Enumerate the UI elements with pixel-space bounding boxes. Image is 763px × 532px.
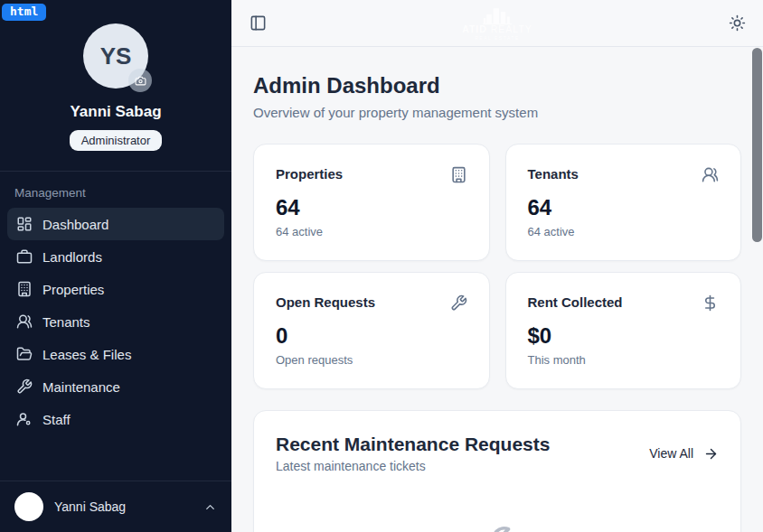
main-area: ATID REALTY REAL ESTATE Admin Dashboard … [231,0,763,532]
dashboard-content: Admin Dashboard Overview of your propert… [231,47,763,532]
change-photo-button[interactable] [128,69,152,92]
user-dot-icon [16,411,33,427]
footer-avatar [14,492,43,521]
sidebar-item-maintenance[interactable]: Maintenance [7,370,224,403]
users-icon [702,166,719,183]
users-icon [16,313,33,330]
stat-caption: 64 active [276,225,467,238]
nav-label: Leases & Files [42,347,131,362]
profile-section: YS Yanni Sabag Administrator [0,0,231,151]
wrench-icon [476,525,518,532]
logo-text: ATID REALTY [462,23,532,33]
wrench-icon [450,294,467,312]
company-logo: ATID REALTY REAL ESTATE [462,6,532,40]
empty-state [276,525,719,532]
recent-section-subtitle: Latest maintenance tickets [276,459,550,473]
theme-toggle-button[interactable] [725,12,749,35]
nav-label: Landlords [42,249,102,265]
view-all-button[interactable]: View All [649,446,719,462]
nav-label: Tenants [42,314,90,330]
stat-card-rent-collected: Rent Collected $0 This month [505,272,742,389]
topbar: ATID REALTY REAL ESTATE [231,0,763,47]
wrench-icon [16,378,33,395]
recent-section-title: Recent Maintenance Requests [276,434,550,455]
profile-name: Yanni Sabag [70,103,161,121]
chevron-up-icon [203,500,217,514]
stat-label: Rent Collected [528,294,623,310]
sidebar-item-properties[interactable]: Properties [7,273,224,305]
sidebar-nav: Management Dashboard Landlords Propertie… [0,171,231,481]
logo-tagline: REAL ESTATE [475,34,519,40]
stat-caption: Open requests [276,353,467,367]
dollar-icon [702,294,719,312]
nav-section-label: Management [14,186,231,200]
skyline-icon [480,6,514,24]
briefcase-icon [16,248,33,265]
layout-dashboard-icon [16,216,33,232]
stat-value: 0 [276,323,467,349]
camera-icon [135,75,146,87]
stat-label: Tenants [528,166,579,182]
recent-maintenance-section: Recent Maintenance Requests Latest maint… [253,410,741,532]
sun-icon [729,14,746,32]
stat-card-tenants: Tenants 64 64 active [505,144,742,261]
html-badge: html [2,4,46,21]
sidebar-item-landlords[interactable]: Landlords [7,240,224,273]
stat-caption: This month [528,353,720,367]
page-title: Admin Dashboard [253,73,741,98]
scrollbar-thumb[interactable] [752,48,762,242]
stat-card-properties: Properties 64 64 active [253,144,490,261]
page-subtitle: Overview of your property management sys… [253,105,741,120]
footer-user-name: Yanni Sabag [54,499,193,514]
stat-label: Properties [276,166,343,182]
role-badge: Administrator [70,130,163,151]
stat-label: Open Requests [276,294,375,310]
folder-open-icon [16,346,33,362]
nav-label: Staff [42,412,71,427]
arrow-right-icon [703,446,719,462]
nav-label: Dashboard [42,217,108,232]
sidebar-item-staff[interactable]: Staff [7,403,224,435]
sidebar-toggle-button[interactable] [246,12,269,35]
stat-value: $0 [528,323,720,349]
building-icon [450,166,467,183]
sidebar-item-leases-files[interactable]: Leases & Files [7,338,224,370]
building-icon [16,281,33,297]
panel-left-icon [250,14,267,32]
stat-card-open-requests: Open Requests 0 Open requests [253,272,490,389]
profile-avatar[interactable]: YS [83,23,148,89]
sidebar-item-tenants[interactable]: Tenants [7,305,224,338]
stat-value: 64 [528,195,720,220]
stat-caption: 64 active [528,225,720,238]
stat-card-grid: Properties 64 64 active Tenants 64 64 ac… [253,144,741,389]
app-window: html YS Yanni Sabag Administrator Manage… [0,0,763,532]
nav-label: Maintenance [42,379,120,395]
sidebar-item-dashboard[interactable]: Dashboard [7,208,224,240]
user-menu-trigger[interactable]: Yanni Sabag [0,481,231,532]
stat-value: 64 [276,195,467,220]
sidebar: html YS Yanni Sabag Administrator Manage… [0,0,231,532]
nav-label: Properties [42,282,104,297]
